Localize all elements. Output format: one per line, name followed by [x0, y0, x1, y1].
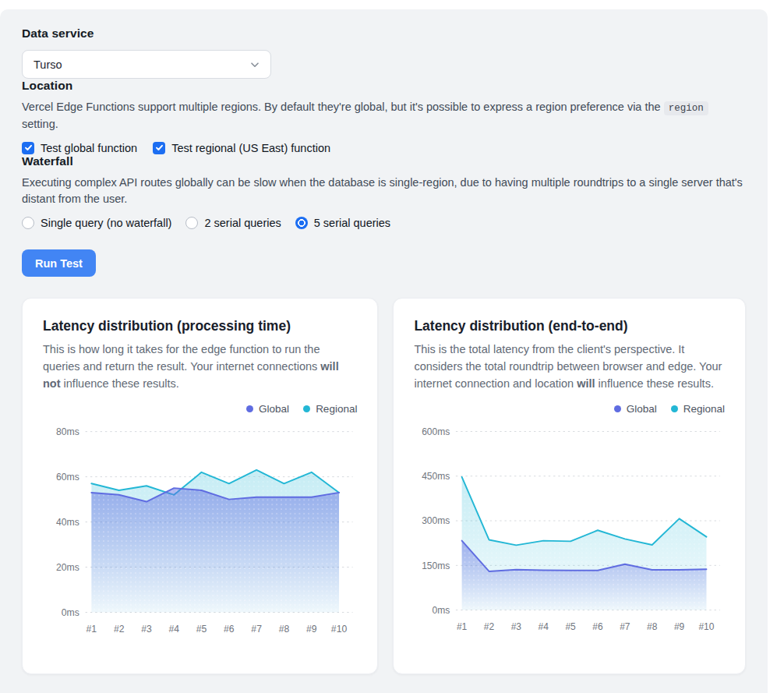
- svg-text:20ms: 20ms: [56, 562, 79, 573]
- radio-label: Single query (no waterfall): [41, 217, 171, 229]
- radio-icon: [22, 217, 34, 229]
- card-processing-time: Latency distribution (processing time) T…: [22, 298, 378, 674]
- charts-row: Latency distribution (processing time) T…: [22, 298, 746, 674]
- checkbox-label: Test global function: [41, 142, 137, 154]
- card-desc-post: influence these results.: [595, 377, 714, 390]
- data-service-heading: Data service: [22, 27, 746, 41]
- svg-text:300ms: 300ms: [422, 516, 450, 527]
- radio-label: 2 serial queries: [204, 217, 281, 229]
- svg-text:#7: #7: [251, 624, 262, 635]
- card-title-end-to-end: Latency distribution (end-to-end): [414, 318, 725, 334]
- svg-text:#9: #9: [674, 621, 685, 632]
- svg-text:450ms: 450ms: [422, 471, 450, 482]
- card-description-processing-time: This is how long it takes for the edge f…: [43, 341, 357, 392]
- region-code-tag: region: [664, 101, 708, 115]
- svg-text:#8: #8: [647, 621, 658, 632]
- location-heading: Location: [22, 79, 746, 93]
- svg-text:150ms: 150ms: [422, 560, 450, 571]
- card-end-to-end: Latency distribution (end-to-end) This i…: [393, 298, 746, 674]
- latency-chart-end-to-end: 0ms150ms300ms450ms600ms#1#2#3#4#5#6#7#8#…: [414, 421, 725, 640]
- data-service-selected-value: Turso: [34, 58, 62, 71]
- checkbox-checked-icon: [22, 142, 34, 154]
- chart-legend: Global Regional: [414, 403, 725, 415]
- radio-icon: [185, 217, 198, 229]
- svg-text:#1: #1: [87, 624, 97, 635]
- location-description-post: setting.: [22, 118, 58, 130]
- card-desc-post: influence these results.: [61, 377, 179, 390]
- checkbox-label: Test regional (US East) function: [171, 142, 330, 154]
- svg-text:40ms: 40ms: [56, 517, 79, 528]
- svg-text:0ms: 0ms: [433, 605, 450, 616]
- legend-label: Regional: [316, 403, 357, 415]
- svg-text:0ms: 0ms: [62, 607, 79, 618]
- svg-text:#6: #6: [593, 621, 604, 632]
- card-desc-pre: This is how long it takes for the edge f…: [43, 343, 320, 373]
- legend-dot-global-icon: [246, 405, 253, 412]
- legend-item-global[interactable]: Global: [246, 403, 289, 415]
- svg-text:80ms: 80ms: [56, 426, 79, 437]
- svg-text:#8: #8: [279, 624, 290, 635]
- svg-text:#3: #3: [141, 624, 152, 635]
- chart-legend: Global Regional: [43, 403, 357, 415]
- run-test-button[interactable]: Run Test: [22, 249, 96, 277]
- waterfall-radio-group: Single query (no waterfall) 2 serial que…: [22, 217, 746, 229]
- svg-text:#10: #10: [331, 624, 348, 635]
- legend-dot-regional-icon: [303, 405, 310, 412]
- svg-text:#6: #6: [224, 624, 235, 635]
- svg-text:#1: #1: [457, 621, 468, 632]
- location-description-pre: Vercel Edge Functions support multiple r…: [22, 101, 664, 113]
- svg-text:#7: #7: [620, 621, 631, 632]
- checkbox-test-regional-function[interactable]: Test regional (US East) function: [153, 142, 330, 154]
- checkbox-checked-icon: [153, 142, 165, 154]
- radio-icon: [295, 217, 308, 229]
- svg-text:#4: #4: [539, 621, 549, 632]
- svg-text:#9: #9: [306, 624, 317, 635]
- svg-text:#10: #10: [699, 621, 715, 632]
- svg-text:#2: #2: [484, 621, 495, 632]
- waterfall-description: Executing complex API routes globally ca…: [22, 175, 746, 209]
- radio-5-serial-queries[interactable]: 5 serial queries: [295, 217, 390, 229]
- location-checkbox-group: Test global function Test regional (US E…: [22, 142, 746, 154]
- legend-label: Global: [259, 403, 289, 415]
- checkbox-test-global-function[interactable]: Test global function: [22, 142, 137, 154]
- legend-item-regional[interactable]: Regional: [303, 403, 357, 415]
- legend-dot-regional-icon: [671, 405, 678, 412]
- card-description-end-to-end: This is the total latency from the clien…: [414, 341, 725, 392]
- svg-text:#3: #3: [511, 621, 522, 632]
- radio-single-query[interactable]: Single query (no waterfall): [22, 217, 171, 229]
- legend-label: Global: [627, 403, 657, 415]
- latency-chart-processing-time: 0ms20ms40ms60ms80ms#1#2#3#4#5#6#7#8#9#10: [43, 421, 357, 643]
- main-panel: Data service Turso Location Vercel Edge …: [0, 9, 768, 693]
- location-description: Vercel Edge Functions support multiple r…: [22, 99, 746, 133]
- svg-text:#5: #5: [566, 621, 577, 632]
- radio-2-serial-queries[interactable]: 2 serial queries: [185, 217, 281, 229]
- svg-text:#5: #5: [196, 624, 207, 635]
- data-service-select[interactable]: Turso: [22, 50, 271, 79]
- card-title-processing-time: Latency distribution (processing time): [43, 318, 357, 334]
- waterfall-heading: Waterfall: [22, 154, 746, 168]
- card-desc-bold: will: [577, 377, 595, 390]
- svg-text:#2: #2: [114, 624, 125, 635]
- legend-item-regional[interactable]: Regional: [671, 403, 725, 415]
- chevron-down-icon: [249, 58, 261, 71]
- svg-text:60ms: 60ms: [56, 472, 79, 483]
- radio-label: 5 serial queries: [314, 217, 390, 229]
- svg-text:#4: #4: [168, 624, 179, 635]
- legend-item-global[interactable]: Global: [614, 403, 657, 415]
- legend-dot-global-icon: [614, 405, 621, 412]
- legend-label: Regional: [683, 403, 725, 415]
- svg-text:600ms: 600ms: [422, 426, 450, 437]
